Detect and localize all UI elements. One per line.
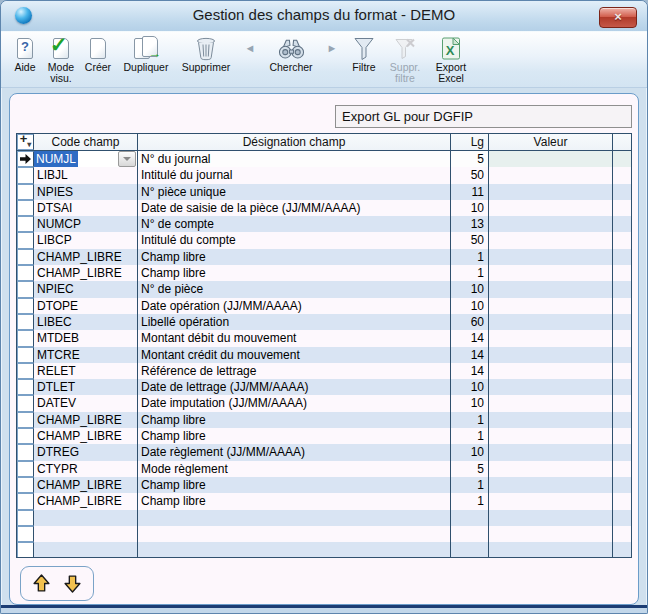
table-row[interactable]: CHAMP_LIBREChamp libre1 — [17, 493, 631, 509]
cell-lg[interactable]: 1 — [451, 428, 489, 444]
table-row[interactable]: MTDEBMontant débit du mouvement14 — [17, 330, 631, 346]
table-row[interactable]: DTOPEDate opération (JJ/MM/AAAA)10 — [17, 298, 631, 314]
column-header-designation[interactable]: Désignation champ — [138, 134, 451, 150]
cell-valeur[interactable] — [489, 232, 613, 248]
toolbar-button-chercher[interactable]: Chercher — [263, 32, 319, 73]
table-row[interactable]: CTYPRMode règlement5 — [17, 461, 631, 477]
cell-code-champ[interactable]: CTYPR — [34, 461, 138, 477]
cell-lg[interactable]: 10 — [451, 379, 489, 395]
cell-code-champ[interactable]: CHAMP_LIBRE — [34, 412, 138, 428]
row-selector[interactable] — [17, 232, 34, 248]
cell-valeur[interactable] — [489, 510, 613, 526]
row-selector[interactable] — [17, 184, 34, 200]
cell-valeur[interactable] — [489, 363, 613, 379]
cell-lg[interactable]: 14 — [451, 347, 489, 363]
cell-designation-champ[interactable]: N° de pièce — [138, 281, 451, 297]
row-selector[interactable] — [17, 526, 34, 542]
toolbar-button-supprimer[interactable]: Supprimer — [175, 32, 237, 73]
table-row[interactable]: CHAMP_LIBREChamp libre1 — [17, 477, 631, 493]
table-row[interactable]: CHAMP_LIBREChamp libre1 — [17, 249, 631, 265]
cell-code-champ[interactable]: MTCRE — [34, 347, 138, 363]
cell-designation-champ[interactable] — [138, 510, 451, 526]
combobox-dropdown-button[interactable] — [118, 151, 136, 167]
cell-code-champ[interactable]: DTLET — [34, 379, 138, 395]
table-row[interactable]: DATEVDate imputation (JJ/MM/AAAA)10 — [17, 395, 631, 411]
cell-lg[interactable]: 1 — [451, 412, 489, 428]
cell-code-champ[interactable]: CHAMP_LIBRE — [34, 477, 138, 493]
row-selector[interactable] — [17, 363, 34, 379]
cell-code-champ[interactable]: MTDEB — [34, 330, 138, 346]
toolbar-button-suivant[interactable]: ► — [319, 32, 345, 62]
cell-valeur[interactable] — [489, 330, 613, 346]
cell-code-champ[interactable]: LIBJL — [34, 167, 138, 183]
row-selector[interactable] — [17, 314, 34, 330]
cell-code-champ[interactable] — [34, 510, 138, 526]
cell-code-champ[interactable] — [34, 526, 138, 542]
cell-designation-champ[interactable]: Champ libre — [138, 493, 451, 509]
row-selector[interactable] — [17, 347, 34, 363]
table-row[interactable]: NPIECN° de pièce10 — [17, 281, 631, 297]
cell-designation-champ[interactable]: Libellé opération — [138, 314, 451, 330]
cell-valeur[interactable] — [489, 395, 613, 411]
row-selector[interactable] — [17, 395, 34, 411]
cell-designation-champ[interactable] — [138, 542, 451, 558]
cell-lg[interactable]: 10 — [451, 444, 489, 460]
toolbar-button-export-excel[interactable]: XExportExcel — [427, 32, 475, 84]
row-selector[interactable] — [17, 330, 34, 346]
cell-code-champ[interactable]: DTOPE — [34, 298, 138, 314]
cell-designation-champ[interactable]: Intitulé du compte — [138, 232, 451, 248]
cell-code-champ[interactable]: DATEV — [34, 395, 138, 411]
column-header-lg[interactable]: Lg — [451, 134, 489, 150]
table-row[interactable]: NUMJLN° du journal5 — [17, 151, 631, 167]
row-selector[interactable] — [17, 281, 34, 297]
move-up-button[interactable] — [30, 573, 52, 595]
cell-valeur[interactable] — [489, 542, 613, 558]
cell-designation-champ[interactable]: Mode règlement — [138, 461, 451, 477]
table-row[interactable]: DTLETDate de lettrage (JJ/MM/AAAA)10 — [17, 379, 631, 395]
cell-designation-champ[interactable]: Champ libre — [138, 412, 451, 428]
cell-designation-champ[interactable]: Référence de lettrage — [138, 363, 451, 379]
cell-valeur[interactable] — [489, 298, 613, 314]
table-row[interactable]: DTSAIDate de saisie de la pièce (JJ/MM/A… — [17, 200, 631, 216]
cell-designation-champ[interactable]: Champ libre — [138, 477, 451, 493]
table-row[interactable]: LIBJLIntitulé du journal50 — [17, 167, 631, 183]
cell-code-champ[interactable]: CHAMP_LIBRE — [34, 265, 138, 281]
table-row[interactable]: RELETRéférence de lettrage14 — [17, 363, 631, 379]
move-down-button[interactable] — [62, 573, 84, 595]
cell-designation-champ[interactable]: Date règlement (JJ/MM/AAAA) — [138, 444, 451, 460]
cell-designation-champ[interactable]: N° pièce unique — [138, 184, 451, 200]
table-row[interactable]: LIBECLibellé opération60 — [17, 314, 631, 330]
cell-code-champ[interactable]: NPIEC — [34, 281, 138, 297]
cell-valeur[interactable] — [489, 493, 613, 509]
cell-lg[interactable]: 1 — [451, 477, 489, 493]
table-row[interactable]: LIBCPIntitulé du compte50 — [17, 232, 631, 248]
cell-lg[interactable]: 14 — [451, 330, 489, 346]
cell-designation-champ[interactable]: Montant débit du mouvement — [138, 330, 451, 346]
cell-lg[interactable]: 14 — [451, 363, 489, 379]
cell-code-champ[interactable]: NUMJL — [34, 151, 138, 167]
cell-code-champ[interactable] — [34, 542, 138, 558]
cell-valeur[interactable] — [489, 379, 613, 395]
row-selector[interactable] — [17, 151, 34, 167]
cell-code-champ[interactable]: NUMCP — [34, 216, 138, 232]
cell-lg[interactable]: 1 — [451, 265, 489, 281]
cell-code-champ[interactable]: NPIES — [34, 184, 138, 200]
cell-code-champ[interactable]: LIBEC — [34, 314, 138, 330]
cell-valeur[interactable] — [489, 151, 613, 167]
cell-lg[interactable]: 10 — [451, 200, 489, 216]
cell-designation-champ[interactable]: N° de compte — [138, 216, 451, 232]
table-row[interactable]: CHAMP_LIBREChamp libre1 — [17, 265, 631, 281]
toolbar-button-mode-visu[interactable]: ✓Modevisu. — [43, 32, 79, 84]
cell-code-champ[interactable]: DTREG — [34, 444, 138, 460]
cell-valeur[interactable] — [489, 412, 613, 428]
cell-valeur[interactable] — [489, 477, 613, 493]
cell-lg[interactable] — [451, 542, 489, 558]
cell-lg[interactable]: 5 — [451, 151, 489, 167]
cell-lg[interactable]: 10 — [451, 298, 489, 314]
row-selector[interactable] — [17, 542, 34, 558]
cell-valeur[interactable] — [489, 347, 613, 363]
cell-lg[interactable]: 10 — [451, 395, 489, 411]
cell-designation-champ[interactable]: Champ libre — [138, 265, 451, 281]
cell-designation-champ[interactable]: Date de lettrage (JJ/MM/AAAA) — [138, 379, 451, 395]
row-selector[interactable] — [17, 216, 34, 232]
